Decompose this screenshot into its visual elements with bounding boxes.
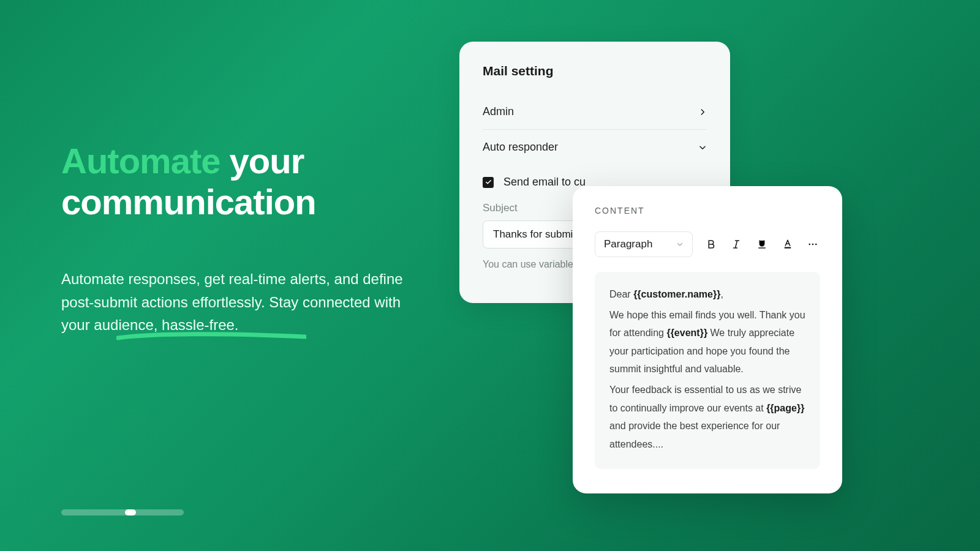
admin-row[interactable]: Admin [483, 94, 707, 130]
content-editor-card: CONTENT Paragraph Dear {{customer.name}}… [573, 186, 842, 493]
svg-rect-0 [784, 247, 791, 249]
bold-icon [706, 239, 717, 250]
admin-label: Admin [483, 105, 514, 118]
svg-point-1 [809, 244, 811, 246]
editor-variable: {{page}} [766, 403, 804, 413]
editor-variable: {{customer.name}} [633, 289, 720, 299]
bold-button[interactable] [704, 236, 718, 252]
more-icon [807, 239, 818, 250]
editor-text: Dear [609, 289, 633, 299]
content-section-label: CONTENT [595, 206, 820, 216]
chevron-down-icon [676, 241, 684, 248]
editor-variable: {{event}} [666, 328, 707, 338]
auto-responder-row[interactable]: Auto responder [483, 130, 707, 165]
editor-text: , [720, 289, 723, 299]
hero-section: Automate your communication Automate res… [61, 141, 429, 336]
send-email-label: Send email to cu [503, 176, 586, 189]
auto-responder-label: Auto responder [483, 141, 558, 154]
text-color-button[interactable] [780, 236, 795, 252]
headline: Automate your communication [61, 141, 429, 222]
email-body-editor[interactable]: Dear {{customer.name}}, We hope this ema… [595, 272, 820, 469]
svg-point-3 [815, 244, 817, 246]
editor-text: and provide the best experience for our … [609, 421, 780, 449]
carousel-progress[interactable] [61, 509, 184, 515]
italic-icon [731, 239, 742, 250]
carousel-progress-thumb [125, 509, 136, 515]
chevron-right-icon [698, 108, 707, 116]
paragraph-style-select[interactable]: Paragraph [595, 231, 693, 257]
italic-button[interactable] [729, 236, 744, 252]
headline-line-2: communication [61, 182, 316, 222]
underline-button[interactable] [755, 236, 769, 252]
underline-icon [756, 239, 767, 250]
editor-toolbar: Paragraph [595, 231, 820, 257]
chevron-down-icon [698, 143, 707, 152]
mail-setting-title: Mail setting [483, 64, 707, 78]
check-icon [485, 179, 492, 186]
headline-rest-1: your [220, 141, 304, 181]
underline-swoosh-icon [116, 332, 306, 342]
subheadline: Automate responses, get real-time alerts… [61, 268, 429, 336]
svg-point-2 [812, 244, 814, 246]
headline-accent: Automate [61, 141, 220, 182]
send-email-checkbox[interactable] [483, 177, 494, 188]
text-color-icon [782, 239, 793, 250]
paragraph-style-value: Paragraph [604, 238, 652, 250]
more-options-button[interactable] [805, 236, 820, 252]
